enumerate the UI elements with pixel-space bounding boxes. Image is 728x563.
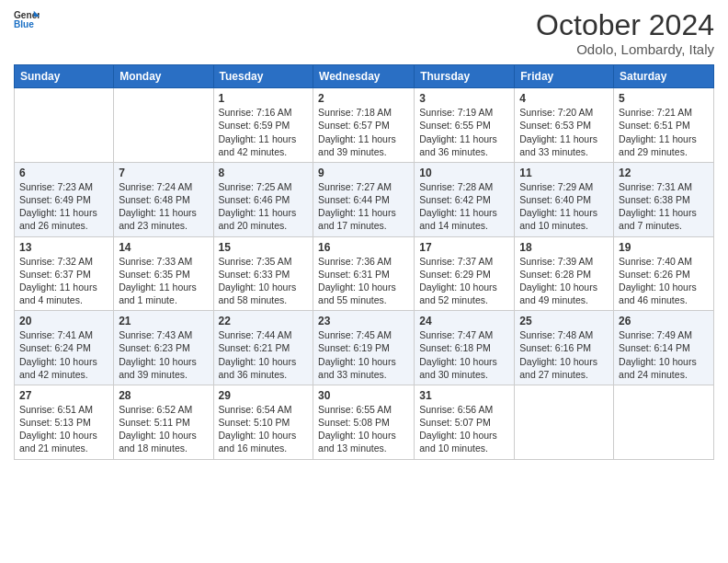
header: General Blue October 2024 Odolo, Lombard… bbox=[14, 9, 714, 57]
day-info: Sunrise: 7:27 AM Sunset: 6:44 PM Dayligh… bbox=[318, 180, 409, 233]
day-number: 11 bbox=[519, 167, 609, 179]
day-number: 20 bbox=[19, 315, 108, 327]
day-number: 25 bbox=[519, 315, 609, 327]
day-number: 27 bbox=[19, 389, 108, 402]
day-number: 18 bbox=[519, 241, 609, 254]
day-cell: 30Sunrise: 6:55 AM Sunset: 5:08 PM Dayli… bbox=[313, 385, 415, 459]
day-cell bbox=[114, 88, 213, 163]
day-info: Sunrise: 7:20 AM Sunset: 6:53 PM Dayligh… bbox=[519, 106, 609, 158]
day-info: Sunrise: 7:21 AM Sunset: 6:51 PM Dayligh… bbox=[619, 106, 709, 158]
day-info: Sunrise: 7:19 AM Sunset: 6:55 PM Dayligh… bbox=[419, 106, 509, 158]
day-number: 29 bbox=[219, 389, 309, 402]
day-cell: 20Sunrise: 7:41 AM Sunset: 6:24 PM Dayli… bbox=[15, 311, 114, 385]
week-row-5: 27Sunrise: 6:51 AM Sunset: 5:13 PM Dayli… bbox=[15, 385, 714, 459]
col-friday: Friday bbox=[515, 65, 614, 88]
day-number: 22 bbox=[219, 315, 309, 327]
day-cell: 27Sunrise: 6:51 AM Sunset: 5:13 PM Dayli… bbox=[15, 385, 114, 459]
day-info: Sunrise: 7:18 AM Sunset: 6:57 PM Dayligh… bbox=[318, 106, 409, 158]
day-number: 7 bbox=[119, 167, 208, 179]
day-info: Sunrise: 7:33 AM Sunset: 6:35 PM Dayligh… bbox=[119, 255, 208, 307]
day-cell: 28Sunrise: 6:52 AM Sunset: 5:11 PM Dayli… bbox=[114, 385, 213, 459]
day-info: Sunrise: 7:45 AM Sunset: 6:19 PM Dayligh… bbox=[318, 328, 409, 381]
day-cell: 22Sunrise: 7:44 AM Sunset: 6:21 PM Dayli… bbox=[213, 311, 313, 385]
day-cell: 24Sunrise: 7:47 AM Sunset: 6:18 PM Dayli… bbox=[415, 311, 515, 385]
day-info: Sunrise: 7:31 AM Sunset: 6:38 PM Dayligh… bbox=[619, 180, 709, 233]
week-row-3: 13Sunrise: 7:32 AM Sunset: 6:37 PM Dayli… bbox=[15, 236, 714, 311]
day-number: 19 bbox=[619, 241, 709, 254]
day-cell: 5Sunrise: 7:21 AM Sunset: 6:51 PM Daylig… bbox=[614, 88, 714, 163]
day-cell: 13Sunrise: 7:32 AM Sunset: 6:37 PM Dayli… bbox=[15, 236, 114, 311]
main-title: October 2024 bbox=[536, 9, 714, 41]
logo-icon: General Blue bbox=[14, 9, 40, 29]
day-info: Sunrise: 7:39 AM Sunset: 6:28 PM Dayligh… bbox=[519, 255, 609, 307]
calendar-header: Sunday Monday Tuesday Wednesday Thursday… bbox=[15, 65, 714, 88]
day-cell: 29Sunrise: 6:54 AM Sunset: 5:10 PM Dayli… bbox=[213, 385, 313, 459]
day-info: Sunrise: 7:41 AM Sunset: 6:24 PM Dayligh… bbox=[19, 328, 108, 381]
day-number: 8 bbox=[219, 167, 309, 179]
day-info: Sunrise: 7:40 AM Sunset: 6:26 PM Dayligh… bbox=[619, 255, 709, 307]
day-cell: 3Sunrise: 7:19 AM Sunset: 6:55 PM Daylig… bbox=[415, 88, 515, 163]
day-cell: 8Sunrise: 7:25 AM Sunset: 6:46 PM Daylig… bbox=[213, 162, 313, 236]
day-number: 23 bbox=[318, 315, 409, 327]
day-info: Sunrise: 6:55 AM Sunset: 5:08 PM Dayligh… bbox=[318, 403, 409, 455]
logo: General Blue bbox=[14, 9, 40, 29]
day-cell bbox=[15, 88, 114, 163]
day-number: 30 bbox=[318, 389, 409, 402]
calendar-body: 1Sunrise: 7:16 AM Sunset: 6:59 PM Daylig… bbox=[15, 88, 714, 459]
day-number: 9 bbox=[318, 167, 409, 179]
day-info: Sunrise: 6:54 AM Sunset: 5:10 PM Dayligh… bbox=[219, 403, 309, 455]
day-info: Sunrise: 7:47 AM Sunset: 6:18 PM Dayligh… bbox=[419, 328, 509, 381]
day-cell: 19Sunrise: 7:40 AM Sunset: 6:26 PM Dayli… bbox=[614, 236, 714, 311]
day-number: 12 bbox=[619, 167, 709, 179]
day-cell: 26Sunrise: 7:49 AM Sunset: 6:14 PM Dayli… bbox=[614, 311, 714, 385]
day-number: 2 bbox=[318, 92, 409, 105]
subtitle: Odolo, Lombardy, Italy bbox=[536, 41, 714, 57]
day-number: 16 bbox=[318, 241, 409, 254]
day-cell: 25Sunrise: 7:48 AM Sunset: 6:16 PM Dayli… bbox=[515, 311, 614, 385]
day-number: 24 bbox=[419, 315, 509, 327]
day-info: Sunrise: 7:29 AM Sunset: 6:40 PM Dayligh… bbox=[519, 180, 609, 233]
day-number: 28 bbox=[119, 389, 208, 402]
day-cell: 4Sunrise: 7:20 AM Sunset: 6:53 PM Daylig… bbox=[515, 88, 614, 163]
week-row-1: 1Sunrise: 7:16 AM Sunset: 6:59 PM Daylig… bbox=[15, 88, 714, 163]
day-info: Sunrise: 7:49 AM Sunset: 6:14 PM Dayligh… bbox=[619, 328, 709, 381]
day-info: Sunrise: 7:44 AM Sunset: 6:21 PM Dayligh… bbox=[219, 328, 309, 381]
day-info: Sunrise: 7:23 AM Sunset: 6:49 PM Dayligh… bbox=[19, 180, 108, 233]
day-cell: 23Sunrise: 7:45 AM Sunset: 6:19 PM Dayli… bbox=[313, 311, 415, 385]
day-cell: 2Sunrise: 7:18 AM Sunset: 6:57 PM Daylig… bbox=[313, 88, 415, 163]
day-cell: 17Sunrise: 7:37 AM Sunset: 6:29 PM Dayli… bbox=[415, 236, 515, 311]
col-tuesday: Tuesday bbox=[213, 65, 313, 88]
title-block: October 2024 Odolo, Lombardy, Italy bbox=[536, 9, 714, 57]
day-info: Sunrise: 7:48 AM Sunset: 6:16 PM Dayligh… bbox=[519, 328, 609, 381]
day-info: Sunrise: 7:28 AM Sunset: 6:42 PM Dayligh… bbox=[419, 180, 509, 233]
day-cell: 21Sunrise: 7:43 AM Sunset: 6:23 PM Dayli… bbox=[114, 311, 213, 385]
day-cell: 14Sunrise: 7:33 AM Sunset: 6:35 PM Dayli… bbox=[114, 236, 213, 311]
day-info: Sunrise: 6:52 AM Sunset: 5:11 PM Dayligh… bbox=[119, 403, 208, 455]
col-monday: Monday bbox=[114, 65, 213, 88]
day-info: Sunrise: 7:43 AM Sunset: 6:23 PM Dayligh… bbox=[119, 328, 208, 381]
day-number: 31 bbox=[419, 389, 509, 402]
col-sunday: Sunday bbox=[15, 65, 114, 88]
day-number: 26 bbox=[619, 315, 709, 327]
day-info: Sunrise: 7:16 AM Sunset: 6:59 PM Dayligh… bbox=[219, 106, 309, 158]
day-info: Sunrise: 7:37 AM Sunset: 6:29 PM Dayligh… bbox=[419, 255, 509, 307]
day-cell: 15Sunrise: 7:35 AM Sunset: 6:33 PM Dayli… bbox=[213, 236, 313, 311]
day-cell bbox=[614, 385, 714, 459]
col-saturday: Saturday bbox=[614, 65, 714, 88]
day-number: 10 bbox=[419, 167, 509, 179]
day-cell: 7Sunrise: 7:24 AM Sunset: 6:48 PM Daylig… bbox=[114, 162, 213, 236]
week-row-4: 20Sunrise: 7:41 AM Sunset: 6:24 PM Dayli… bbox=[15, 311, 714, 385]
day-number: 14 bbox=[119, 241, 208, 254]
calendar-table: Sunday Monday Tuesday Wednesday Thursday… bbox=[14, 64, 714, 459]
day-cell bbox=[515, 385, 614, 459]
header-row: Sunday Monday Tuesday Wednesday Thursday… bbox=[15, 65, 714, 88]
day-number: 1 bbox=[219, 92, 309, 105]
day-number: 21 bbox=[119, 315, 208, 327]
day-info: Sunrise: 7:25 AM Sunset: 6:46 PM Dayligh… bbox=[219, 180, 309, 233]
day-cell: 6Sunrise: 7:23 AM Sunset: 6:49 PM Daylig… bbox=[15, 162, 114, 236]
day-number: 17 bbox=[419, 241, 509, 254]
day-cell: 18Sunrise: 7:39 AM Sunset: 6:28 PM Dayli… bbox=[515, 236, 614, 311]
col-thursday: Thursday bbox=[415, 65, 515, 88]
day-info: Sunrise: 7:36 AM Sunset: 6:31 PM Dayligh… bbox=[318, 255, 409, 307]
day-number: 13 bbox=[19, 241, 108, 254]
